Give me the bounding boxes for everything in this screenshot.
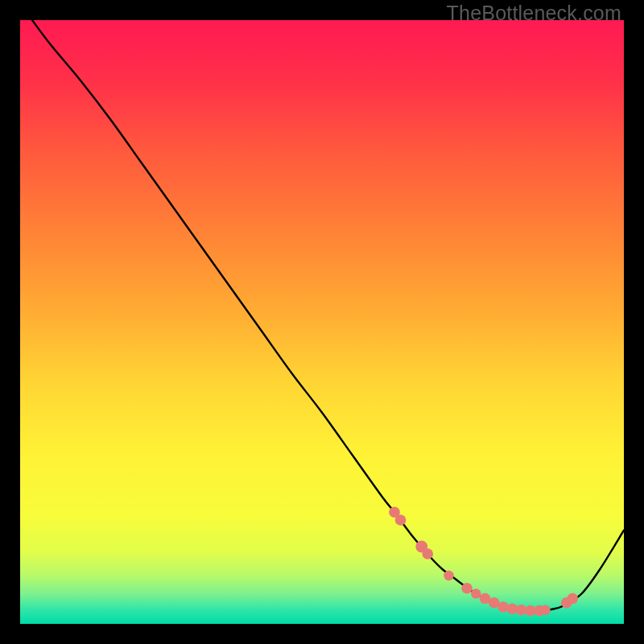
chart-frame <box>20 20 624 624</box>
gradient-background <box>20 20 624 624</box>
data-marker <box>444 571 453 580</box>
bottleneck-chart <box>20 20 624 624</box>
watermark-text: TheBottleneck.com <box>447 2 621 25</box>
data-marker <box>567 593 578 605</box>
data-marker <box>422 548 433 559</box>
data-marker <box>461 583 473 594</box>
data-marker <box>471 588 481 598</box>
data-marker <box>395 514 407 526</box>
data-marker <box>540 605 550 615</box>
data-marker <box>497 601 509 613</box>
